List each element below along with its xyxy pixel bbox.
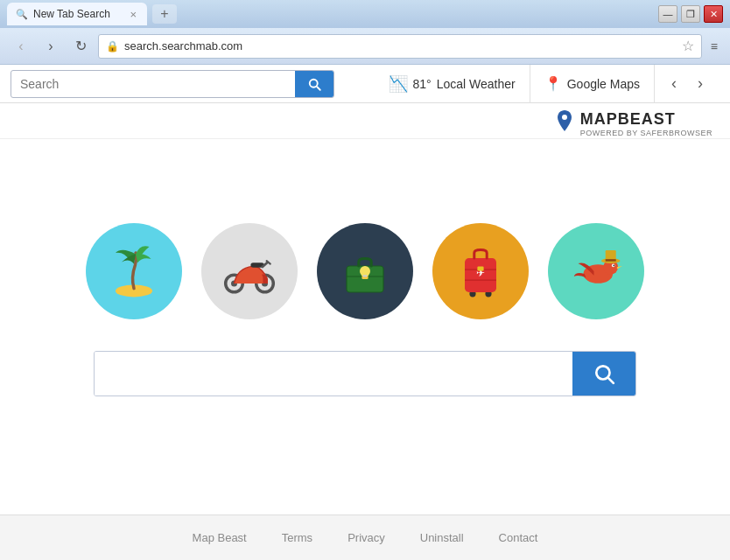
weather-icon: 📉 [389, 74, 408, 94]
svg-point-0 [562, 115, 567, 120]
close-button[interactable]: ✕ [704, 5, 723, 23]
footer: Map Beast Terms Privacy Uninstall Contac… [0, 514, 730, 560]
briefcase-icon-circle[interactable] [317, 223, 413, 319]
svg-rect-21 [477, 266, 483, 270]
svg-rect-14 [363, 275, 368, 276]
toolbar-prev-button[interactable]: ‹ [662, 72, 686, 96]
main-content: ✈ [0, 139, 730, 514]
main-search-input[interactable] [95, 352, 572, 396]
icon-row: ✈ [86, 223, 644, 319]
brand-text-group: MAPBEAST POWERED BY SAFERBROWSER [580, 110, 712, 137]
luggage-icon: ✈ [454, 241, 507, 302]
tab-search-icon: 🔍 [16, 9, 28, 20]
bird-icon-circle[interactable] [548, 223, 644, 319]
svg-line-30 [608, 377, 614, 382]
refresh-icon: ↻ [75, 38, 87, 54]
address-bar[interactable]: 🔒 search.searchmab.com ☆ [98, 34, 702, 59]
svg-rect-28 [605, 259, 615, 261]
brand-sub: POWERED BY SAFERBROWSER [580, 129, 712, 137]
briefcase-icon [339, 245, 391, 298]
main-search-icon [593, 362, 615, 385]
bookmark-icon[interactable]: ☆ [682, 38, 694, 54]
address-text: search.searchmab.com [124, 39, 677, 52]
toolbar-search-input[interactable] [11, 77, 295, 91]
bird-icon [564, 245, 629, 298]
window-controls: — ❐ ✕ [658, 5, 723, 23]
nav-bar: ‹ › ↻ 🔒 search.searchmab.com ☆ ≡ [0, 28, 730, 65]
footer-privacy-link[interactable]: Privacy [347, 531, 385, 544]
scooter-icon [219, 241, 280, 302]
forward-icon: › [48, 38, 53, 54]
toolbar-next-button[interactable]: › [688, 72, 712, 96]
minimize-button[interactable]: — [658, 5, 677, 23]
brand-logo: MAPBEAST POWERED BY SAFERBROWSER [554, 108, 712, 138]
footer-uninstall-link[interactable]: Uninstall [420, 531, 464, 544]
maps-label: Google Maps [567, 77, 640, 91]
weather-widget[interactable]: 📉 81° Local Weather [375, 65, 530, 103]
weather-label: Local Weather [437, 77, 516, 91]
toolbar-search-box[interactable] [11, 70, 334, 98]
toolbar-search-button[interactable] [295, 70, 333, 98]
title-bar: 🔍 New Tab Search × + — ❐ ✕ [0, 0, 730, 28]
footer-contact-link[interactable]: Contact [499, 531, 538, 544]
toolbar-search-icon [306, 76, 322, 92]
svg-point-25 [613, 264, 614, 266]
brand-name: MAPBEAST [580, 110, 712, 129]
toolbar-right: 📉 81° Local Weather 📍 Google Maps ‹ › [375, 65, 719, 103]
forward-button[interactable]: › [39, 34, 63, 59]
restore-button[interactable]: ❐ [681, 5, 700, 23]
tab-close-button[interactable]: × [128, 8, 138, 21]
scooter-icon-circle[interactable] [201, 223, 298, 319]
maps-pin-icon: 📍 [544, 75, 562, 92]
luggage-icon-circle[interactable]: ✈ [432, 223, 529, 319]
refresh-button[interactable]: ↻ [68, 34, 93, 59]
address-lock-icon: 🔒 [106, 40, 119, 52]
main-search-box[interactable] [94, 351, 636, 396]
browser-window: 🔍 New Tab Search × + — ❐ ✕ ‹ › ↻ 🔒 searc… [0, 0, 730, 560]
back-icon: ‹ [18, 38, 23, 54]
footer-terms-link[interactable]: Terms [282, 531, 312, 544]
menu-button[interactable]: ≡ [707, 39, 721, 53]
beach-icon-circle[interactable] [86, 223, 182, 319]
back-button[interactable]: ‹ [9, 34, 33, 59]
toolbar-nav-arrows: ‹ › [655, 72, 719, 96]
maps-widget[interactable]: 📍 Google Maps [530, 65, 655, 103]
new-tab-button[interactable]: + [152, 4, 177, 24]
main-search-button[interactable] [572, 352, 635, 396]
active-tab[interactable]: 🔍 New Tab Search × [7, 3, 147, 25]
toolbar: 📉 81° Local Weather 📍 Google Maps ‹ › [0, 65, 730, 103]
brand-map-icon [554, 108, 575, 138]
brand-area: MAPBEAST POWERED BY SAFERBROWSER [0, 103, 730, 139]
palm-tree-icon [103, 241, 165, 302]
weather-temp: 81° [413, 77, 432, 91]
footer-mapbeast-link[interactable]: Map Beast [193, 531, 247, 544]
tab-title: New Tab Search [33, 8, 110, 20]
